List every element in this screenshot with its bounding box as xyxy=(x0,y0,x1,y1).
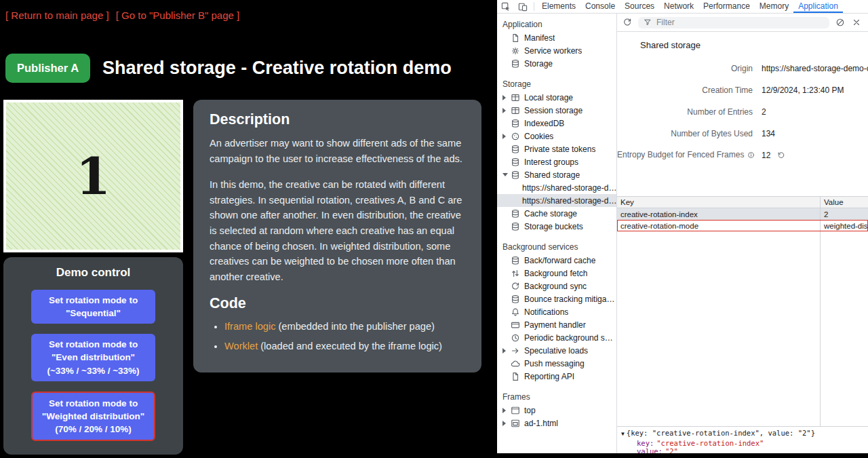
refresh-icon[interactable] xyxy=(622,17,633,28)
tab-sources[interactable]: Sources xyxy=(620,0,659,13)
metadata-label: Number of Entries xyxy=(617,107,753,117)
chevron-right-icon[interactable] xyxy=(502,95,510,100)
sidebar-item-storage-buckets[interactable]: Storage buckets xyxy=(497,220,616,233)
metadata-row: Entropy Budget for Fenced Frames12 xyxy=(617,145,868,166)
preview-value-value: "2" xyxy=(665,447,678,453)
table-filler xyxy=(617,231,868,426)
chevron-right-icon[interactable] xyxy=(502,421,510,426)
tab-elements[interactable]: Elements xyxy=(537,0,580,13)
sidebar-item-interest-groups[interactable]: Interest groups xyxy=(497,155,616,168)
chevron-right-icon[interactable] xyxy=(502,348,510,354)
metadata-label: Entropy Budget for Fenced Frames xyxy=(617,150,753,161)
tab-network[interactable]: Network xyxy=(659,0,698,13)
metadata-label: Creation Time xyxy=(617,85,753,95)
sidebar-item-storage[interactable]: Storage xyxy=(497,57,616,70)
clear-all-icon[interactable] xyxy=(835,17,846,28)
iframe-logic-link[interactable]: Iframe logic xyxy=(224,321,275,332)
list-item: Worklet (loaded and executed by the ifra… xyxy=(224,339,465,354)
sidebar-item-indexeddb[interactable]: IndexedDB xyxy=(497,117,616,130)
metadata-section: Originhttps://shared-storage-demo-coCrea… xyxy=(617,58,868,166)
sidebar-item-shared-storage[interactable]: Shared storage xyxy=(497,168,616,181)
device-toolbar-icon[interactable] xyxy=(514,0,531,13)
cell-key: creative-rotation-mode xyxy=(617,220,821,231)
sidebar-item-session-storage[interactable]: Session storage xyxy=(497,104,616,117)
rotation-weighted-button[interactable]: Set rotation mode to "Weighted distribut… xyxy=(31,392,155,441)
chevron-right-icon[interactable] xyxy=(502,408,510,413)
sidebar-item-push-messaging[interactable]: Push messaging xyxy=(497,357,616,370)
code-list: Iframe logic (embedded into the publishe… xyxy=(210,320,465,354)
metadata-value: 12 xyxy=(762,151,770,160)
chevron-down-icon[interactable] xyxy=(502,173,510,176)
tab-console[interactable]: Console xyxy=(580,0,620,13)
sidebar-item-local-storage[interactable]: Local storage xyxy=(497,91,616,104)
tab-application[interactable]: Application xyxy=(793,0,843,13)
sidebar-item-label: https://shared-storage-d… xyxy=(522,196,616,206)
page-content: 1 Demo control Set rotation mode to "Seq… xyxy=(3,100,497,455)
cell-key: creative-rotation-index xyxy=(617,208,821,220)
service-worker-icon xyxy=(510,45,521,56)
tab-performance[interactable]: Performance xyxy=(698,0,755,13)
sidebar-item-private-state-tokens[interactable]: Private state tokens xyxy=(497,142,616,155)
filter-input[interactable]: Filter xyxy=(638,17,829,28)
sidebar-item-label: Reporting API xyxy=(524,372,574,381)
sidebar-item-manifest[interactable]: Manifest xyxy=(497,31,616,44)
sidebar-item-label: Session storage xyxy=(524,106,583,115)
top-nav: [ Return to main page ] [ Go to "Publish… xyxy=(0,0,497,21)
preview-entry: value:"2" xyxy=(621,447,864,453)
sidebar-item-reporting-api[interactable]: Reporting API xyxy=(497,370,616,383)
return-main-link[interactable]: [ Return to main page ] xyxy=(5,9,109,21)
sidebar-item-https-shared-storage-d[interactable]: https://shared-storage-d… xyxy=(497,194,616,207)
rotation-sequential-button[interactable]: Set rotation mode to "Sequential" xyxy=(31,290,155,324)
sidebar-item-notifications[interactable]: Notifications xyxy=(497,305,616,318)
sidebar-item-bounce-tracking-mitiga[interactable]: Bounce tracking mitiga… xyxy=(497,292,616,305)
description-panel: Description An advertiser may want to sh… xyxy=(193,100,481,373)
document-icon xyxy=(510,371,521,382)
rotation-even-button[interactable]: Set rotation mode to "Even distribution"… xyxy=(31,334,155,381)
sidebar-item-speculative-loads[interactable]: Speculative loads xyxy=(497,344,616,357)
chevron-right-icon[interactable] xyxy=(502,108,510,113)
creative-number: 1 xyxy=(76,147,111,206)
close-icon[interactable] xyxy=(851,17,862,28)
clock-icon xyxy=(510,332,521,343)
publisher-b-link[interactable]: [ Go to "Publisher B" page ] xyxy=(116,9,239,21)
sidebar-item-https-shared-storage-d[interactable]: https://shared-storage-d… xyxy=(497,181,616,194)
metadata-value: 12/9/2024, 1:23:40 PM xyxy=(762,85,844,95)
sidebar-item-label: top xyxy=(524,406,536,415)
metadata-label-text: Origin xyxy=(731,64,753,73)
table-row[interactable]: creative-rotation-modeweighted-distribut… xyxy=(617,220,868,231)
sidebar-item-label: Storage xyxy=(524,59,553,69)
sidebar-item-label: Interest groups xyxy=(524,157,578,167)
sidebar-item-cookies[interactable]: Cookies xyxy=(497,130,616,142)
sidebar-item-cache-storage[interactable]: Cache storage xyxy=(497,207,616,220)
sidebar-item-background-fetch[interactable]: Background fetch xyxy=(497,267,616,280)
table-row[interactable]: creative-rotation-index2 xyxy=(617,208,868,220)
chevron-right-icon[interactable] xyxy=(502,134,510,139)
database-icon xyxy=(510,221,521,232)
sidebar-item-periodic-background-s[interactable]: Periodic background s… xyxy=(497,331,616,344)
column-header-key[interactable]: Key xyxy=(617,197,821,208)
sidebar-item-label: https://shared-storage-d… xyxy=(522,183,616,193)
cell-value: 2 xyxy=(821,208,868,220)
preview-summary-line: ▼{key: "creative-rotation-index", value:… xyxy=(621,429,864,439)
sidebar-item-label: IndexedDB xyxy=(524,119,564,128)
preview-entry: key:"creative-rotation-index" xyxy=(621,439,864,448)
column-header-value[interactable]: Value xyxy=(821,197,868,208)
sidebar-item-back-forward-cache[interactable]: Back/forward cache xyxy=(497,254,616,267)
inspect-icon[interactable] xyxy=(497,0,514,13)
sidebar-item-payment-handler[interactable]: Payment handler xyxy=(497,318,616,331)
metadata-value: 2 xyxy=(762,107,766,117)
metadata-row: Originhttps://shared-storage-demo-co xyxy=(617,58,868,79)
tab-memory[interactable]: Memory xyxy=(755,0,793,13)
reset-icon[interactable] xyxy=(777,151,785,159)
database-icon xyxy=(510,208,521,219)
sidebar-item-service-workers[interactable]: Service workers xyxy=(497,44,616,57)
sync-icon xyxy=(510,281,521,292)
sidebar-item-top[interactable]: top xyxy=(497,404,616,417)
worklet-link[interactable]: Worklet xyxy=(224,341,258,351)
sidebar-item-ad-1-html[interactable]: ad-1.html xyxy=(497,417,616,430)
list-item-text: (loaded and executed by the iframe logic… xyxy=(258,341,442,351)
caret-down-icon[interactable]: ▼ xyxy=(621,431,625,437)
sidebar-item-background-sync[interactable]: Background sync xyxy=(497,280,616,292)
sidebar-item-label: Private state tokens xyxy=(524,145,595,154)
sidebar-item-label: Bounce tracking mitiga… xyxy=(524,294,614,304)
